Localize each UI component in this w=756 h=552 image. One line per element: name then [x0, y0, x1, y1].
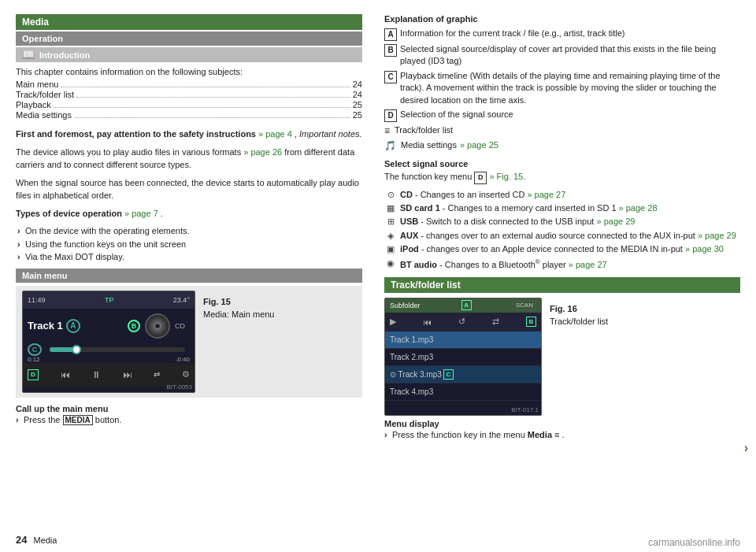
skoda-track-row: Track 1 A B CD	[23, 309, 195, 343]
usb-icon: ⊞	[384, 216, 397, 228]
call-up-instruction: Press the MEDIA button.	[16, 413, 362, 427]
toc-main-menu: Main menu	[16, 80, 58, 89]
settings-icon[interactable]: ⚙	[182, 369, 190, 380]
explanation-d: D Selection of the signal source	[384, 109, 740, 122]
media-button[interactable]: MEDIA	[63, 415, 93, 425]
badge-b: B	[128, 320, 140, 332]
toc-track-folder: Track/folder list	[16, 90, 74, 99]
introduction-header: 📖 Introduction	[16, 47, 362, 62]
track-controls: ▶ ⏮ ↺ ⇄ B	[385, 313, 541, 332]
skoda-progress-bar[interactable]	[50, 347, 185, 352]
track-badge-c: C	[443, 369, 454, 380]
track-ui-mockup: Subfolder A SCAN ▶ ⏮ ↺ ⇄ B Track 1.mp3 T…	[384, 298, 542, 416]
badge-d: D	[28, 369, 39, 380]
track-list: Track 1.mp3 Track 2.mp3 ⊙ Track 3.mp3 C …	[385, 332, 541, 401]
toc-media-settings: Media settings	[16, 110, 72, 120]
signal-sd: ▦ SD card 1 - Changes to a memory card i…	[384, 202, 740, 214]
badge-b-exp: B	[384, 44, 397, 57]
skoda-track-label: Track 1 A	[28, 319, 80, 333]
list-item[interactable]: Track 4.mp3	[385, 383, 541, 401]
explanation-a: A Information for the current track / fi…	[384, 28, 740, 41]
menu-display-instruction: Press the function key in the menu Media…	[384, 428, 740, 442]
track-folder-section: Subfolder A SCAN ▶ ⏮ ↺ ⇄ B Track 1.mp3 T…	[384, 298, 740, 416]
call-up-title: Call up the main menu	[16, 404, 362, 413]
toc-section: This chapter contains information on the…	[16, 67, 362, 120]
skoda-disc	[145, 313, 170, 339]
toc-row: Main menu 24	[16, 80, 362, 89]
signal-bt: ◉ BT audio - Changes to a Bluetooth® pla…	[384, 257, 740, 271]
list-item[interactable]: ⊙ Track 3.mp3 C	[385, 366, 541, 383]
para2: When the signal source has been connecte…	[16, 176, 362, 202]
bit-label: BIT-0053	[167, 383, 192, 391]
skoda-time: 11:49	[28, 296, 46, 304]
list-item: Using the function keys on the unit scre…	[17, 238, 362, 251]
badge-c-exp: C	[384, 71, 397, 83]
toc-row: Track/folder list 24	[16, 90, 362, 99]
next-track-btn[interactable]: ⏭	[123, 369, 132, 380]
left-column: Media Operation 📖 Introduction This chap…	[16, 14, 362, 544]
watermark: carmanualsonline.info	[648, 537, 740, 548]
main-menu-box: 11:49 TP 23.4° Track 1 A B	[16, 286, 362, 398]
shuffle-icon: ⇄	[154, 370, 160, 379]
media-header: Media	[16, 14, 362, 30]
subfolder-label: Subfolder	[390, 302, 421, 309]
badge-a: A	[66, 319, 80, 333]
gear-icon: 🎵	[384, 139, 396, 153]
skoda-cd-area: B CD	[123, 312, 190, 340]
repeat-icon[interactable]: ↺	[458, 317, 465, 327]
play-icon[interactable]: ▶	[390, 317, 396, 327]
page-number: 24	[16, 534, 27, 546]
track-badge-a: A	[461, 300, 472, 310]
skoda-tp: TP	[105, 296, 114, 304]
list-item[interactable]: Track 2.mp3	[385, 349, 541, 366]
fig16-caption: Fig. 16 Track/folder list	[550, 298, 608, 326]
list-icon: ≡	[384, 124, 390, 138]
page-footer: 24 Media	[16, 534, 57, 546]
toc-row: Playback 25	[16, 100, 362, 109]
signal-aux: ◈ AUX - changes over to an external audi…	[384, 230, 740, 242]
play-pause-btn[interactable]: ⏸	[91, 369, 101, 380]
signal-usb: ⊞ USB - Switch to a disk connected to th…	[384, 216, 740, 228]
call-up-section: Call up the main menu Press the MEDIA bu…	[16, 404, 362, 427]
menu-display-section: Menu display Press the function key in t…	[384, 419, 740, 442]
prev-track-btn[interactable]: ⏮	[61, 369, 70, 380]
signal-ipod: ▣ iPod - changes over to an Apple device…	[384, 243, 740, 255]
badge-d-signal: D	[474, 172, 487, 184]
signal-cd: ⊙ CD - Changes to an inserted CD » page …	[384, 189, 740, 201]
skoda-time-row: 0:12 -0:40	[23, 356, 195, 363]
skip-back-icon[interactable]: ⏮	[423, 317, 432, 327]
footer-label: Media	[33, 535, 57, 545]
list-item[interactable]: Track 1.mp3	[385, 332, 541, 349]
explanation-b: B Selected signal source/display of cove…	[384, 43, 740, 68]
subfolder-bar: Subfolder A SCAN	[385, 298, 541, 313]
track-folder-line: ≡ Track/folder list	[384, 124, 740, 138]
badge-d-exp: D	[384, 109, 397, 122]
safety-para: First and foremost, pay attention to the…	[16, 128, 362, 141]
right-arrow-indicator: ›	[744, 441, 748, 455]
track-folder-header: Track/folder list	[384, 277, 740, 293]
aux-icon: ◈	[384, 230, 397, 242]
signal-sources-list: ⊙ CD - Changes to an inserted CD » page …	[384, 189, 740, 271]
skoda-ui-mockup: 11:49 TP 23.4° Track 1 A B	[22, 291, 195, 393]
shuffle-icon[interactable]: ⇄	[492, 317, 499, 327]
right-column: Explanation of graphic A Information for…	[384, 14, 740, 544]
toc-row: Media settings 25	[16, 110, 362, 120]
cd-icon: ⊙	[384, 189, 397, 201]
explanation-c: C Playback timeline (With details of the…	[384, 70, 740, 106]
types-header: Types of device operation » page 7 .	[16, 207, 362, 220]
media-settings-line: 🎵 Media settings » page 25	[384, 139, 740, 153]
badge-c: C	[28, 343, 42, 356]
sd-icon: ▦	[384, 202, 397, 214]
toc-intro: This chapter contains information on the…	[16, 67, 362, 76]
toc-playback: Playback	[16, 100, 51, 109]
fig15-caption: Fig. 15 Media: Main menu	[203, 291, 275, 319]
menu-display-title: Menu display	[384, 419, 740, 428]
operation-header: Operation	[16, 31, 362, 46]
select-signal-title: Select signal source	[384, 159, 740, 169]
scan-button[interactable]: SCAN	[513, 300, 536, 310]
skoda-top-bar: 11:49 TP 23.4°	[23, 291, 195, 309]
track-badge-b: B	[526, 317, 536, 327]
skoda-cd-label: CD	[175, 322, 185, 330]
skoda-temp: 23.4°	[173, 296, 190, 304]
track-bit-label: BIT-017.1	[511, 406, 539, 413]
